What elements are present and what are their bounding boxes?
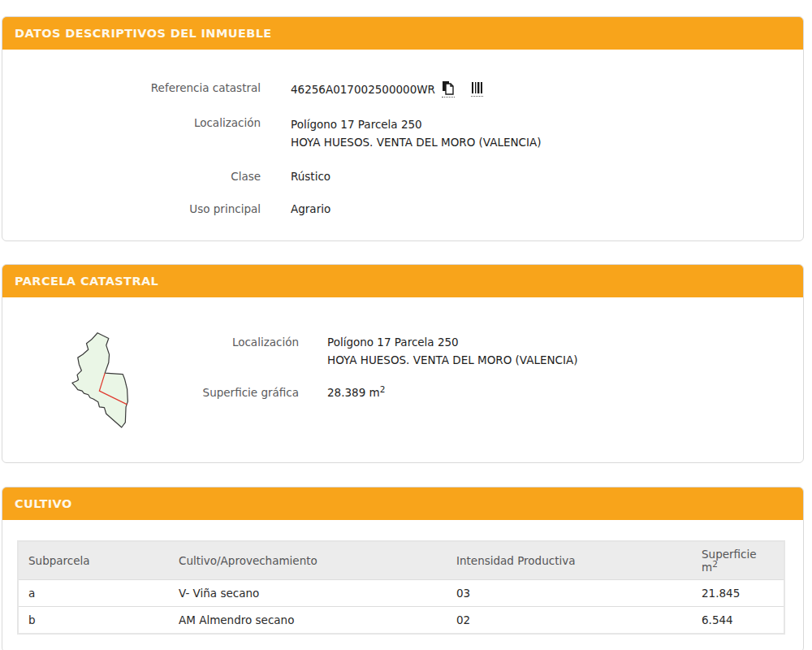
table-row: a V- Viña secano 03 21.845 [18,580,784,607]
cultivo-section: CULTIVO Subparcela Cultivo/Aprovechamien… [2,487,804,650]
uso-label: Uso principal [2,202,261,216]
cultivo-content: Subparcela Cultivo/Aprovechamiento Inten… [2,520,803,650]
cultivo-section-title: CULTIVO [2,487,804,520]
localizacion-line1: Polígono 17 Parcela 250 [291,115,542,133]
referencia-value-line: 46256A017002500000WR [291,80,483,98]
parcela-section: PARCELA CATASTRAL Localización Polígono … [2,264,804,463]
cultivo-table: Subparcela Cultivo/Aprovechamiento Inten… [17,540,785,635]
parcel-map-thumbnail[interactable] [59,312,152,453]
col-header-cultivo: Cultivo/Aprovechamiento [169,541,447,580]
referencia-row: Referencia catastral 46256A017002500000W… [2,80,803,98]
barcode-icon[interactable] [471,81,483,97]
inmueble-content: Referencia catastral 46256A017002500000W… [2,50,803,240]
inmueble-section-title: DATOS DESCRIPTIVOS DEL INMUEBLE [2,16,804,50]
col-header-superficie: Superficie m2 [692,541,784,580]
localizacion-label: Localización [2,115,261,151]
col-header-intensidad: Intensidad Productiva [447,541,692,580]
parcela-section-title: PARCELA CATASTRAL [2,264,804,297]
cell-superficie: 21.845 [692,580,784,607]
cell-intensidad: 03 [447,580,692,607]
parcel-outline [72,333,127,427]
clase-value: Rústico [291,169,330,184]
superficie-value: 28.389 m2 [327,384,385,401]
copy-document-icon[interactable] [442,80,455,98]
cell-cultivo: V- Viña secano [169,580,447,607]
col-header-superficie-sup: 2 [712,559,718,569]
clase-label: Clase [2,169,261,184]
localizacion-line2: HOYA HUESOS. VENTA DEL MORO (VALENCIA) [291,133,542,151]
parcela-content: Localización Polígono 17 Parcela 250 HOY… [2,297,803,462]
referencia-value: 46256A017002500000WR [291,82,435,97]
cell-subparcela: a [18,580,169,607]
table-row: b AM Almendro secano 02 6.544 [18,607,784,635]
uso-value: Agrario [291,202,330,216]
superficie-sup: 2 [380,384,386,394]
cultivo-table-header-row: Subparcela Cultivo/Aprovechamiento Inten… [18,541,784,580]
localizacion-row: Localización Polígono 17 Parcela 250 HOY… [2,115,803,151]
cell-intensidad: 02 [447,607,692,635]
parcela-localizacion-line1: Polígono 17 Parcela 250 [327,333,578,351]
localizacion-value: Polígono 17 Parcela 250 HOYA HUESOS. VEN… [291,115,542,151]
clase-row: Clase Rústico [2,169,803,184]
parcela-localizacion-value: Polígono 17 Parcela 250 HOYA HUESOS. VEN… [327,333,578,369]
referencia-label: Referencia catastral [2,80,261,98]
inmueble-section: DATOS DESCRIPTIVOS DEL INMUEBLE Referenc… [2,16,804,241]
cell-superficie: 6.544 [692,607,784,635]
col-header-subparcela: Subparcela [18,541,169,580]
cell-cultivo: AM Almendro secano [169,607,447,635]
parcela-localizacion-line2: HOYA HUESOS. VENTA DEL MORO (VALENCIA) [327,351,578,369]
cell-subparcela: b [18,607,169,635]
uso-row: Uso principal Agrario [2,202,803,216]
